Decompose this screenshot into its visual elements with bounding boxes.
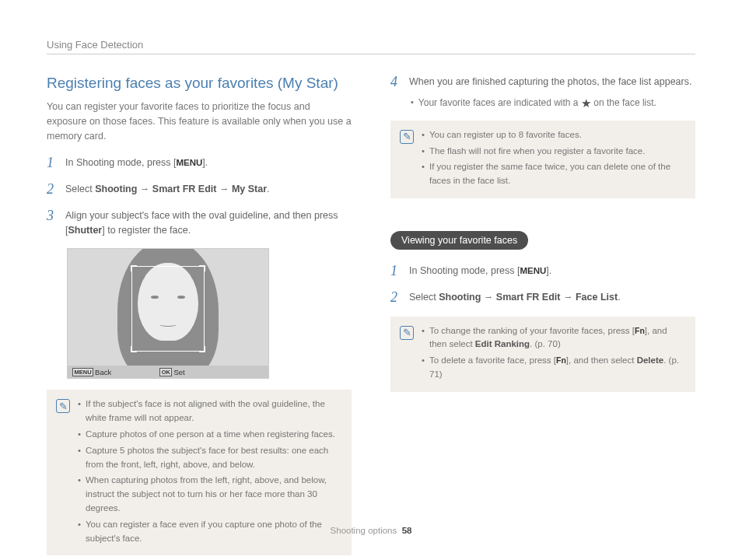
- note-icon: ✎: [56, 399, 70, 413]
- note-item: When capturing photos from the left, rig…: [78, 474, 342, 515]
- left-column: Registering faces as your favorites (My …: [47, 75, 352, 560]
- step-number: 1: [390, 264, 401, 279]
- txt: Edit Ranking: [475, 339, 530, 348]
- spacer: [390, 211, 695, 223]
- txt: .: [618, 292, 620, 303]
- page-number: 58: [402, 526, 412, 535]
- pill-viewing-faces: Viewing your favorite faces: [390, 231, 528, 250]
- fn-key: Fn: [556, 355, 566, 365]
- step-4: 4 When you are finished capturing the ph…: [390, 75, 695, 110]
- heading-mystar: Registering faces as your favorites (My …: [47, 75, 352, 92]
- frame-corner: [199, 265, 205, 271]
- menu-key-icon: MENU: [72, 368, 93, 376]
- note-item: To change the ranking of your favorite f…: [422, 324, 686, 352]
- step-1: 1 In Shooting mode, press [MENU].: [47, 156, 352, 171]
- txt: To delete a favorite face, press [: [429, 355, 556, 365]
- txt: →: [481, 292, 495, 303]
- step-text: When you are finished capturing the phot…: [409, 75, 695, 110]
- txt: When you are finished capturing the phot…: [409, 76, 691, 87]
- note-item: If the subject's face is not aligned wit…: [78, 397, 342, 425]
- camera-preview: MENU Back OK Set: [67, 248, 269, 379]
- camera-bar: MENU Back OK Set: [68, 366, 268, 378]
- step-text: Select Shooting → Smart FR Edit → Face L…: [409, 290, 695, 306]
- txt: on the face list.: [591, 97, 656, 108]
- step-text: In Shooting mode, press [MENU].: [409, 264, 695, 279]
- txt: Shutter: [68, 225, 102, 236]
- txt: Smart FR Edit: [496, 292, 561, 303]
- txt: Select: [65, 184, 95, 194]
- note-list: You can register up to 8 favorite faces.…: [422, 128, 686, 191]
- set-label: Set: [173, 368, 184, 376]
- intro-text: You can register your favorite faces to …: [47, 100, 352, 143]
- menu-key: MENU: [520, 266, 546, 275]
- txt: In Shooting mode, press [: [65, 157, 176, 168]
- step-number: 1: [47, 156, 58, 171]
- txt: . (p. 70): [530, 339, 561, 348]
- txt: ] to register the face.: [102, 225, 191, 236]
- header-divider: [47, 54, 695, 54]
- note-item: Capture photos of one person at a time w…: [78, 428, 342, 442]
- footer-section: Shooting options: [331, 526, 397, 535]
- footer: Shooting options 58: [0, 526, 742, 535]
- note-box-right-1: ✎ You can register up to 8 favorite face…: [390, 121, 695, 198]
- step-3: 3 Align your subject's face with the ova…: [47, 208, 352, 238]
- txt: ].: [202, 157, 208, 168]
- bullet-dot: •: [411, 96, 414, 110]
- txt: Smart FR Edit: [152, 184, 217, 194]
- camera-image-area: [68, 249, 268, 366]
- step-text: Select Shooting → Smart FR Edit → My Sta…: [65, 182, 352, 198]
- note-item: If you register the same face twice, you…: [422, 160, 686, 188]
- txt: Shooting: [95, 184, 137, 194]
- frame-rect: [131, 266, 205, 352]
- txt: Face List: [576, 292, 618, 303]
- txt: ], and then select: [566, 355, 637, 365]
- frame-corner: [131, 265, 137, 271]
- txt: To change the ranking of your favorite f…: [429, 326, 635, 335]
- txt: Shooting: [439, 292, 481, 303]
- step-number: 4: [390, 75, 401, 110]
- step-number: 2: [47, 182, 58, 198]
- view-step-2: 2 Select Shooting → Smart FR Edit → Face…: [390, 290, 695, 306]
- txt: Select: [409, 292, 439, 303]
- header-section: Using Face Detection: [47, 39, 695, 51]
- txt: →: [560, 292, 575, 303]
- step-text: In Shooting mode, press [MENU].: [65, 156, 352, 171]
- note-box-right-2: ✎ To change the ranking of your favorite…: [390, 317, 695, 392]
- frame-corner: [199, 346, 205, 352]
- note-item: Capture 5 photos the subject's face for …: [78, 444, 342, 472]
- txt: →: [137, 184, 152, 194]
- txt: Your favorite faces are indicated with a…: [418, 96, 656, 110]
- menu-key: MENU: [176, 158, 202, 167]
- back-label: Back: [95, 368, 111, 376]
- txt: ].: [546, 265, 551, 276]
- note-list: To change the ranking of your favorite f…: [422, 324, 686, 384]
- step-2: 2 Select Shooting → Smart FR Edit → My S…: [47, 182, 352, 198]
- txt: Delete: [637, 355, 664, 365]
- right-column: 4 When you are finished capturing the ph…: [390, 75, 695, 560]
- txt: Your favorite faces are indicated with a: [418, 97, 581, 108]
- columns: Registering faces as your favorites (My …: [47, 75, 695, 560]
- sub-bullet: • Your favorite faces are indicated with…: [411, 96, 695, 110]
- txt: .: [267, 184, 269, 194]
- txt: →: [216, 184, 231, 194]
- star-icon: ★: [581, 97, 591, 109]
- step-text: Align your subject's face with the oval …: [65, 208, 352, 238]
- step-number: 2: [390, 290, 401, 306]
- step-number: 3: [47, 208, 58, 238]
- note-item: To delete a favorite face, press [Fn], a…: [422, 354, 686, 382]
- note-icon: ✎: [400, 326, 414, 340]
- ok-key-icon: OK: [159, 368, 172, 376]
- txt: In Shooting mode, press [: [409, 265, 520, 276]
- note-icon: ✎: [400, 130, 414, 144]
- note-item: You can register up to 8 favorite faces.: [422, 128, 686, 142]
- frame-corner: [131, 346, 137, 352]
- txt: My Star: [232, 184, 267, 194]
- note-item: The flash will not fire when you registe…: [422, 145, 686, 159]
- fn-key: Fn: [635, 326, 645, 335]
- view-step-1: 1 In Shooting mode, press [MENU].: [390, 264, 695, 279]
